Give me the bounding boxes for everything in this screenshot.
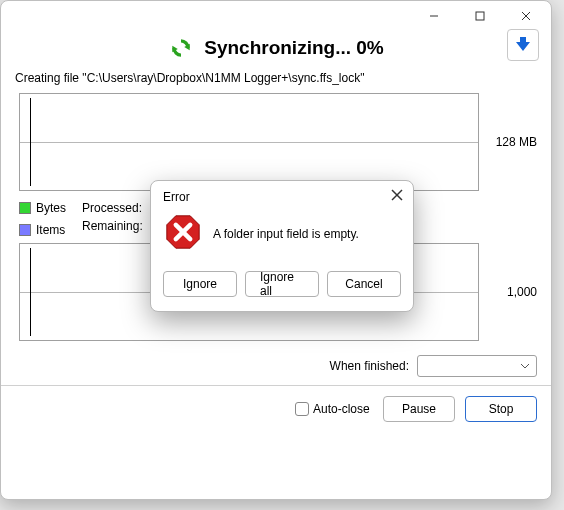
autoclose-checkbox[interactable] [295, 402, 309, 416]
page-title: Synchronizing... 0% [204, 37, 383, 59]
footer: Auto-close Pause Stop [1, 385, 551, 432]
stop-button[interactable]: Stop [465, 396, 537, 422]
error-buttons: Ignore Ignore all Cancel [151, 265, 413, 311]
bytes-chart [19, 93, 479, 191]
autoclose-label: Auto-close [313, 402, 370, 416]
remaining-label: Remaining: [82, 219, 143, 233]
window-titlebar [1, 1, 551, 31]
error-title-text: Error [163, 190, 190, 204]
ignore-button[interactable]: Ignore [163, 271, 237, 297]
legend-bytes: Bytes [19, 201, 66, 215]
error-message: A folder input field is empty. [213, 227, 359, 241]
error-close-button[interactable] [391, 189, 403, 204]
chevron-down-icon [520, 360, 530, 374]
status-text: Creating file "C:\Users\ray\Dropbox\N1MM… [1, 69, 551, 93]
minimize-button[interactable] [411, 2, 457, 30]
ignore-all-button[interactable]: Ignore all [245, 271, 319, 297]
legend-items: Items [19, 223, 66, 237]
svg-rect-1 [476, 12, 484, 20]
bytes-swatch [19, 202, 31, 214]
error-body: A folder input field is empty. [151, 208, 413, 265]
when-finished-row: When finished: [1, 347, 551, 385]
bytes-chart-label: 128 MB [487, 135, 537, 149]
when-finished-label: When finished: [330, 359, 409, 373]
error-titlebar: Error [151, 181, 413, 208]
autoclose-group: Auto-close [295, 402, 370, 416]
svg-marker-6 [516, 37, 530, 51]
sync-icon [168, 35, 194, 61]
error-dialog: Error A folder input field is empty. Ign… [150, 180, 414, 312]
processed-label: Processed: [82, 201, 143, 215]
header: Synchronizing... 0% [1, 31, 551, 69]
items-swatch [19, 224, 31, 236]
pause-button[interactable]: Pause [383, 396, 455, 422]
error-icon [165, 214, 201, 253]
cancel-button[interactable]: Cancel [327, 271, 401, 297]
bytes-chart-row: 128 MB [1, 93, 551, 191]
items-chart-label: 1,000 [487, 285, 537, 299]
legend-items-label: Items [36, 223, 65, 237]
when-finished-select[interactable] [417, 355, 537, 377]
close-button[interactable] [503, 2, 549, 30]
legend-bytes-label: Bytes [36, 201, 66, 215]
download-button[interactable] [507, 29, 539, 61]
maximize-button[interactable] [457, 2, 503, 30]
stats: Processed: Remaining: [82, 201, 143, 233]
